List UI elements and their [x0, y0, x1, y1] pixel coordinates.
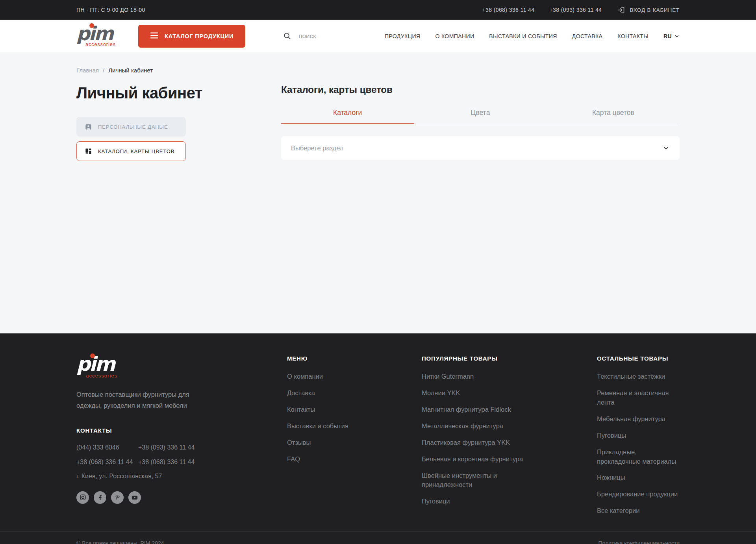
footer-link[interactable]: Пуговици	[422, 497, 529, 506]
footer-link[interactable]: Доставка	[287, 389, 422, 398]
footer-logo[interactable]: pim accessories	[76, 355, 117, 379]
footer-column-title: ПОПУЛЯРНЫЕ ТОВАРЫ	[422, 355, 597, 362]
footer-link[interactable]: Ножницы	[597, 473, 680, 483]
topbar-right: +38 (068) 336 11 44 +38 (093) 336 11 44 …	[482, 6, 680, 14]
footer-link[interactable]: Контакты	[287, 405, 422, 414]
footer-link[interactable]: Пластиковая фурнитура YKK	[422, 438, 529, 448]
tab-catalogs[interactable]: Каталоги	[281, 109, 414, 124]
nav-contacts[interactable]: КОНТАКТЫ	[617, 33, 649, 39]
pinterest-icon[interactable]	[111, 491, 124, 504]
footer-contacts-title: КОНТАКТЫ	[76, 427, 287, 434]
catalogs-panel: Каталоги, карты цветов Каталоги Цвета Ка…	[281, 84, 680, 160]
footer-link[interactable]: Отзывы	[287, 438, 422, 448]
search-box	[283, 32, 373, 40]
footer-link[interactable]: Бельевая и корсетная фурнитура	[422, 455, 529, 464]
footer-link[interactable]: Швейные инструменты и принадлежности	[422, 471, 529, 490]
person-badge-icon	[85, 123, 92, 131]
phone-link-2[interactable]: +38 (093) 336 11 44	[549, 7, 602, 13]
nav-about[interactable]: О КОМПАНИИ	[435, 33, 474, 39]
footer-column-title: ОСТАЛЬНЫЕ ТОВАРЫ	[597, 355, 680, 362]
login-icon	[617, 6, 625, 14]
logo-text: pim	[76, 25, 116, 42]
youtube-icon[interactable]	[128, 491, 141, 504]
footer-link[interactable]: Все категории	[597, 506, 680, 516]
phone-link-1[interactable]: +38 (068) 336 11 44	[482, 7, 534, 13]
section-title: Каталоги, карты цветов	[281, 84, 680, 95]
language-label: RU	[663, 33, 672, 39]
footer-other-column: ОСТАЛЬНЫЕ ТОВАРЫ Текстильные застёжки Ре…	[597, 355, 680, 523]
footer-link[interactable]: Ременная и эластичная лента	[597, 389, 680, 407]
tab-colors[interactable]: Цвета	[414, 109, 547, 123]
hamburger-icon	[150, 32, 159, 40]
topbar: ПН - ПТ: С 9-00 ДО 18-00 +38 (068) 336 1…	[0, 0, 756, 20]
sidebar-item-personal-data[interactable]: ПЕРСОНАЛЬНЫЕ ДАНЫЕ	[76, 117, 186, 137]
footer-phone-1[interactable]: (044) 333 6046	[76, 444, 138, 451]
account-sidebar: Личный кабинет ПЕРСОНАЛЬНЫЕ ДАНЫЕ	[76, 84, 281, 161]
footer-contacts-column: pim accessories Оптовые поставщики фурни…	[76, 355, 287, 504]
working-hours: ПН - ПТ: С 9-00 ДО 18-00	[76, 7, 145, 13]
footer-link[interactable]: Нитки Gutermann	[422, 372, 529, 381]
footer-popular-column: ПОПУЛЯРНЫЕ ТОВАРЫ Нитки Gutermann Молнии…	[422, 355, 597, 513]
nav-events[interactable]: ВЫСТАВКИ И СОБЫТИЯ	[489, 33, 557, 39]
footer-menu-column: МЕНЮ О компании Доставка Контакты Выстав…	[287, 355, 422, 471]
footer-logo-dot	[90, 353, 95, 358]
footer-phone-4[interactable]: +38 (068) 336 11 44	[138, 459, 287, 466]
breadcrumb: Главная / Личный кабинет	[76, 67, 680, 74]
footer-link[interactable]: Мебельная фурнитура	[597, 414, 680, 424]
footer: pim accessories Оптовые поставщики фурни…	[0, 333, 756, 544]
footer-phone-3[interactable]: +38 (068) 336 11 44	[76, 459, 138, 466]
footer-logo-text: pim	[76, 355, 117, 373]
footer-link[interactable]: Пуговицы	[597, 431, 680, 440]
footer-bottom-bar: © Все права защищены. PIM 2024 Политика …	[0, 531, 756, 544]
instagram-icon[interactable]	[76, 491, 89, 504]
search-icon	[283, 32, 291, 40]
select-placeholder: Выберете раздел	[291, 144, 344, 152]
grid-icon	[85, 148, 92, 155]
tab-color-map[interactable]: Карта цветов	[547, 109, 680, 123]
footer-link[interactable]: Выставки и события	[287, 422, 422, 431]
footer-link[interactable]: Текстильные застёжки	[597, 372, 680, 381]
catalog-button[interactable]: КАТАЛОГ ПРОДУКЦИИ	[138, 25, 245, 48]
footer-phones: (044) 333 6046 +38 (093) 336 11 44 +38 (…	[76, 444, 287, 466]
copyright: © Все права защищены. PIM 2024	[76, 540, 164, 544]
main-nav: ПРОДУКЦИЯ О КОМПАНИИ ВЫСТАВКИ И СОБЫТИЯ …	[385, 33, 680, 39]
header: pim accessories КАТАЛОГ ПРОДУКЦИИ ПРОДУК…	[0, 20, 756, 52]
footer-link[interactable]: Брендирование продукции	[597, 490, 680, 499]
footer-link[interactable]: Прикладные, прокладочные материалы	[597, 448, 680, 466]
chevron-down-icon	[662, 144, 670, 152]
nav-delivery[interactable]: ДОСТАВКА	[572, 33, 602, 39]
sidebar-item-label: КАТАЛОГИ, КАРТЫ ЦВЕТОВ	[98, 148, 174, 154]
language-switcher[interactable]: RU	[663, 33, 680, 39]
search-input[interactable]	[298, 32, 373, 40]
page-title: Личный кабинет	[76, 84, 281, 102]
facebook-icon[interactable]	[94, 491, 106, 504]
sidebar-item-catalogs[interactable]: КАТАЛОГИ, КАРТЫ ЦВЕТОВ	[76, 141, 186, 161]
sidebar-item-label: ПЕРСОНАЛЬНЫЕ ДАНЫЕ	[98, 124, 168, 130]
logo-subtitle: accessories	[85, 42, 116, 47]
logo[interactable]: pim accessories	[76, 25, 116, 47]
footer-link[interactable]: Металлическая фурнитура	[422, 422, 529, 431]
breadcrumb-home[interactable]: Главная	[76, 67, 99, 74]
privacy-policy-link[interactable]: Политика конфиденциальности	[598, 540, 680, 544]
section-select[interactable]: Выберете раздел	[281, 136, 680, 160]
footer-logo-subtitle: accessories	[86, 373, 117, 379]
footer-link[interactable]: Молнии YKK	[422, 389, 529, 398]
tabs: Каталоги Цвета Карта цветов	[281, 109, 680, 123]
nav-products[interactable]: ПРОДУКЦИЯ	[385, 33, 421, 39]
login-label: ВХОД В КАБИНЕТ	[630, 7, 680, 13]
footer-link[interactable]: FAQ	[287, 455, 422, 464]
breadcrumb-separator: /	[103, 67, 104, 74]
footer-column-title: МЕНЮ	[287, 355, 422, 362]
footer-address: г. Киев, ул. Россошанская, 57	[76, 473, 287, 480]
main-content: Главная / Личный кабинет Личный кабинет	[0, 52, 756, 333]
chevron-down-icon	[674, 33, 680, 39]
footer-phone-2[interactable]: +38 (093) 336 11 44	[138, 444, 287, 451]
catalog-button-label: КАТАЛОГ ПРОДУКЦИИ	[165, 33, 233, 39]
footer-tagline: Оптовые поставщики фурнитуры для одежды,…	[76, 389, 200, 411]
footer-social	[76, 491, 287, 504]
login-button[interactable]: ВХОД В КАБИНЕТ	[617, 6, 680, 14]
breadcrumb-current: Личный кабинет	[108, 67, 153, 74]
logo-dot	[89, 23, 94, 28]
footer-link[interactable]: О компании	[287, 372, 422, 381]
footer-link[interactable]: Магнитная фурнитура Fidlock	[422, 405, 529, 414]
